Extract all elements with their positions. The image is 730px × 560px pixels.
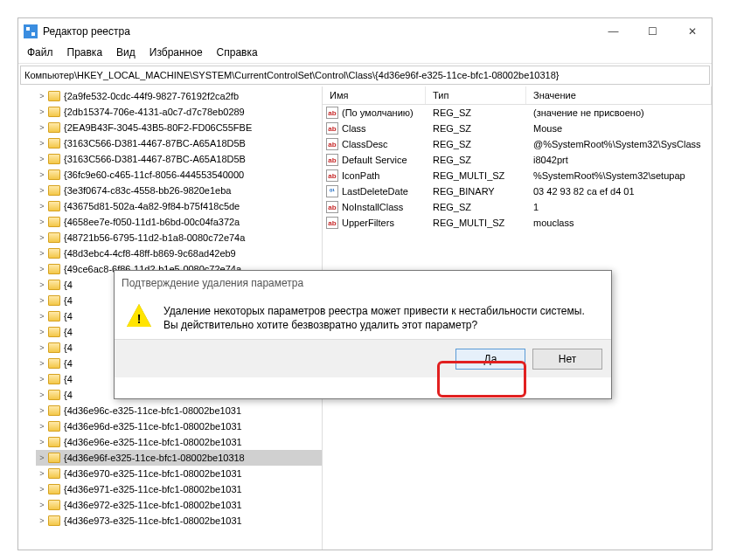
expand-icon[interactable]: >	[36, 92, 48, 100]
expand-icon[interactable]: >	[36, 139, 48, 148]
value-data: Mouse	[526, 123, 712, 134]
menu-edit[interactable]: Правка	[60, 45, 110, 63]
tree-item-label: {4	[64, 342, 73, 353]
header-name[interactable]: Имя	[323, 86, 426, 104]
string-value-icon: ab	[326, 138, 338, 150]
value-data: 03 42 93 82 ca ef d4 01	[526, 186, 712, 197]
expand-icon[interactable]: >	[36, 186, 48, 195]
maximize-button[interactable]: ☐	[633, 18, 672, 45]
folder-icon	[48, 453, 60, 463]
expand-icon[interactable]: >	[36, 170, 48, 179]
dialog-text: Удаление некоторых параметров реестра мо…	[163, 304, 585, 332]
tree-item[interactable]: >{4d36e970-e325-11ce-bfc1-08002be1031	[36, 466, 322, 481]
folder-icon	[48, 405, 60, 416]
value-row[interactable]: abUpperFiltersREG_MULTI_SZmouclass	[323, 215, 712, 231]
tree-item[interactable]: >{2db15374-706e-4131-a0c7-d7c78eb0289	[36, 104, 322, 120]
expand-icon[interactable]: >	[36, 280, 48, 289]
expand-icon[interactable]: >	[36, 233, 48, 242]
tree-item-label: {4d36e970-e325-11ce-bfc1-08002be1031	[64, 468, 242, 479]
value-type: REG_SZ	[426, 107, 526, 118]
expand-icon[interactable]: >	[36, 155, 48, 163]
address-bar[interactable]: Компьютер\HKEY_LOCAL_MACHINE\SYSTEM\Curr…	[20, 66, 710, 85]
folder-icon	[48, 91, 60, 101]
value-row[interactable]: ab(По умолчанию)REG_SZ(значение не присв…	[323, 105, 712, 121]
tree-item[interactable]: >{4d36e971-e325-11ce-bfc1-08002be1031	[36, 481, 322, 497]
folder-icon	[48, 342, 60, 353]
tree-item[interactable]: >{4d36e96e-e325-11ce-bfc1-08002be1031	[36, 434, 322, 450]
tree-item[interactable]: >{4d36e96c-e325-11ce-bfc1-08002be1031	[36, 403, 322, 418]
value-row[interactable]: abNoInstallClassREG_SZ1	[323, 199, 712, 215]
menu-help[interactable]: Справка	[210, 45, 265, 63]
tree-item[interactable]: >{2EA9B43F-3045-43B5-80F2-FD06C55FBE	[36, 120, 322, 135]
header-type[interactable]: Тип	[426, 86, 526, 104]
close-button[interactable]: ✕	[672, 18, 712, 45]
expand-icon[interactable]: >	[36, 328, 48, 336]
tree-item[interactable]: >{3163C566-D381-4467-87BC-A65A18D5B	[36, 151, 322, 167]
expand-icon[interactable]: >	[36, 469, 48, 478]
expand-icon[interactable]: >	[36, 249, 48, 258]
expand-icon[interactable]: >	[36, 453, 48, 462]
tree-item-label: {3e3f0674-c83c-4558-bb26-9820e1eba	[64, 185, 231, 196]
value-type: REG_BINARY	[426, 186, 526, 197]
folder-icon	[48, 107, 60, 117]
no-button[interactable]: Нет	[532, 349, 602, 370]
menu-view[interactable]: Вид	[109, 45, 143, 63]
expand-icon[interactable]: >	[36, 406, 48, 415]
expand-icon[interactable]: >	[36, 375, 48, 384]
tree-item-label: {4	[64, 327, 73, 337]
value-name: (По умолчанию)	[342, 107, 414, 118]
string-value-icon: ab	[326, 169, 338, 182]
folder-icon	[48, 169, 60, 180]
expand-icon[interactable]: >	[36, 391, 48, 399]
expand-icon[interactable]: >	[36, 123, 48, 132]
header-value[interactable]: Значение	[526, 86, 712, 104]
expand-icon[interactable]: >	[36, 501, 48, 509]
folder-icon	[48, 217, 60, 227]
tree-item[interactable]: >{3e3f0674-c83c-4558-bb26-9820e1eba	[36, 183, 322, 198]
expand-icon[interactable]: >	[36, 485, 48, 494]
value-row[interactable]: abIconPathREG_MULTI_SZ%SystemRoot%\Syste…	[323, 168, 712, 183]
app-icon	[24, 24, 38, 38]
folder-icon	[48, 390, 60, 400]
expand-icon[interactable]: >	[36, 516, 48, 525]
tree-item[interactable]: >{4d36e973-e325-11ce-bfc1-08002be1031	[36, 513, 322, 529]
menu-file[interactable]: Файл	[20, 45, 60, 63]
value-data: (значение не присвоено)	[526, 107, 712, 118]
value-row[interactable]: ⁰¹LastDeleteDateREG_BINARY03 42 93 82 ca…	[323, 183, 712, 199]
expand-icon[interactable]: >	[36, 296, 48, 305]
tree-item[interactable]: >{43675d81-502a-4a82-9f84-b75f418c5de	[36, 198, 322, 214]
tree-item[interactable]: >{36fc9e60-c465-11cf-8056-444553540000	[36, 167, 322, 183]
expand-icon[interactable]: >	[36, 359, 48, 368]
menu-fav[interactable]: Избранное	[143, 45, 210, 63]
expand-icon[interactable]: >	[36, 343, 48, 352]
dialog-title[interactable]: Подтверждение удаления параметра	[115, 271, 611, 295]
value-row[interactable]: abDefault ServiceREG_SZi8042prt	[323, 152, 712, 168]
tree-item[interactable]: >{4d36e96f-e325-11ce-bfc1-08002be10318	[36, 450, 322, 466]
value-type: REG_SZ	[426, 139, 526, 149]
minimize-button[interactable]: —	[594, 18, 633, 45]
yes-button[interactable]: Да	[455, 349, 525, 370]
tree-item[interactable]: >{2a9fe532-0cdc-44f9-9827-76192f2ca2fb	[36, 88, 322, 104]
tree-item-label: {2a9fe532-0cdc-44f9-9827-76192f2ca2fb	[64, 91, 239, 101]
tree-item-label: {4d36e96c-e325-11ce-bfc1-08002be1031	[64, 405, 241, 416]
value-row[interactable]: abClassDescREG_SZ@%SystemRoot%\System32\…	[323, 136, 712, 152]
expand-icon[interactable]: >	[36, 422, 48, 431]
titlebar[interactable]: Редактор реестра — ☐ ✕	[18, 18, 712, 45]
folder-icon	[48, 122, 60, 133]
tree-item[interactable]: >{3163C566-D381-4467-87BC-A65A18D5B	[36, 135, 322, 151]
expand-icon[interactable]: >	[36, 438, 48, 446]
expand-icon[interactable]: >	[36, 312, 48, 321]
tree-item[interactable]: >{4d36e96d-e325-11ce-bfc1-08002be1031	[36, 418, 322, 434]
expand-icon[interactable]: >	[36, 202, 48, 211]
expand-icon[interactable]: >	[36, 218, 48, 226]
expand-icon[interactable]: >	[36, 107, 48, 116]
tree-item-label: {48d3ebc4-4cf8-48ff-b869-9c68ad42eb9	[64, 248, 236, 259]
tree-item[interactable]: >{48d3ebc4-4cf8-48ff-b869-9c68ad42eb9	[36, 245, 322, 261]
value-row[interactable]: abClassREG_SZMouse	[323, 121, 712, 136]
tree-item[interactable]: >{48721b56-6795-11d2-b1a8-0080c72e74a	[36, 230, 322, 245]
tree-item[interactable]: >{4658ee7e-f050-11d1-b6bd-00c04fa372a	[36, 214, 322, 230]
list-header: Имя Тип Значение	[323, 86, 712, 105]
tree-item[interactable]: >{4d36e972-e325-11ce-bfc1-08002be1031	[36, 497, 322, 513]
folder-icon	[48, 468, 60, 479]
expand-icon[interactable]: >	[36, 265, 48, 273]
